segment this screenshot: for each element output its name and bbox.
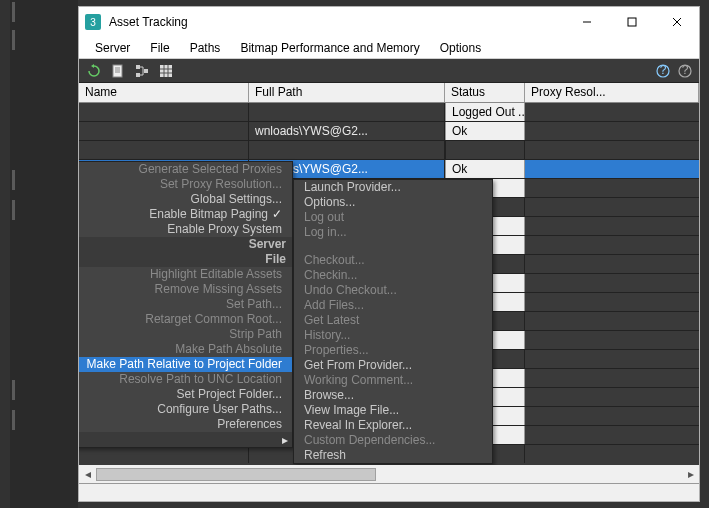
minimize-button[interactable] [564,7,609,37]
menu-options[interactable]: Options [432,39,489,57]
menu-item: Properties... [294,343,492,358]
menu-item[interactable]: Refresh [294,448,492,463]
menu-item[interactable]: Set Project Folder... [79,387,292,402]
menu-item[interactable]: Enable Proxy System [79,222,292,237]
tree-icon[interactable] [133,62,151,80]
menu-item: Remove Missing Assets [79,282,292,297]
menu-item[interactable]: Launch Provider... [294,180,492,195]
menu-section-proxies: ProxiesServer [79,237,292,252]
menu-bitmap-performance[interactable]: Bitmap Performance and Memory [232,39,427,57]
svg-text:?: ? [660,64,667,77]
window-title: Asset Tracking [109,15,564,29]
menu-item: Log out [294,210,492,225]
cell-status: Logged Out ... [445,103,525,121]
menu-nav-right[interactable]: ▸ [278,432,292,447]
col-name[interactable]: Name [79,83,249,102]
menu-section-paths: PathsFile [79,252,292,267]
cell-proxy [525,236,699,254]
menu-item[interactable]: Make Path Relative to Project Folder [79,357,292,372]
menu-item: Set Proxy Resolution... [79,177,292,192]
col-status[interactable]: Status [445,83,525,102]
menu-item: Checkout... [294,253,492,268]
scroll-right-icon[interactable]: ▸ [682,466,699,483]
menu-item: Strip Path [79,327,292,342]
menu-item: Working Comment... [294,373,492,388]
cell-path: wnloads\YWS@G2... [249,122,445,140]
table-row[interactable] [79,141,699,160]
horizontal-scrollbar[interactable]: ◂ ▸ [79,465,699,483]
menu-item: Generate Selected Proxies [79,162,292,177]
app-icon: 3 [85,14,101,30]
table-row[interactable]: wnloads\YWS@G2...Ok [79,122,699,141]
cell-status: Ok [445,122,525,140]
cell-proxy [525,350,699,368]
menu-item[interactable]: Reveal In Explorer... [294,418,492,433]
grid-icon[interactable] [157,62,175,80]
cell-proxy [525,179,699,197]
menubar: Server File Paths Bitmap Performance and… [79,37,699,59]
grid-header: Name Full Path Status Proxy Resol... [79,83,699,103]
menu-item[interactable]: View Image File... [294,403,492,418]
background-panel [10,0,78,508]
cell-proxy [525,198,699,216]
menu-item: Highlight Editable Assets [79,267,292,282]
cell-proxy [525,141,699,159]
cell-name [79,122,249,140]
svg-rect-11 [160,65,172,77]
menu-item[interactable]: Configure User Paths... [79,402,292,417]
menu-item[interactable]: Global Settings... [79,192,292,207]
col-proxy[interactable]: Proxy Resol... [525,83,699,102]
statusbar [79,483,699,501]
svg-text:?: ? [682,64,689,77]
cell-proxy [525,293,699,311]
cell-proxy [525,407,699,425]
doc-icon[interactable] [109,62,127,80]
menu-server[interactable]: Server [87,39,138,57]
paths-context-menu: Generate Selected ProxiesSet Proxy Resol… [79,161,293,448]
menu-item: History... [294,328,492,343]
cell-status [445,141,525,159]
svg-rect-1 [628,18,636,26]
col-path[interactable]: Full Path [249,83,445,102]
cell-name [79,103,249,121]
cell-proxy [525,369,699,387]
cell-proxy [525,274,699,292]
asset-grid: Name Full Path Status Proxy Resol... Log… [79,83,699,483]
close-button[interactable] [654,7,699,37]
cell-proxy [525,445,699,463]
menu-file[interactable]: File [142,39,177,57]
table-row[interactable]: Logged Out ... [79,103,699,122]
titlebar[interactable]: 3 Asset Tracking [79,7,699,37]
menu-paths[interactable]: Paths [182,39,229,57]
menu-item[interactable]: Options... [294,195,492,210]
scroll-track[interactable] [96,466,682,483]
cell-proxy [525,103,699,121]
menu-item: Checkin... [294,268,492,283]
cell-proxy [525,122,699,140]
cell-proxy [525,388,699,406]
menu-item: Make Path Absolute [79,342,292,357]
cell-proxy [525,426,699,444]
cell-proxy [525,331,699,349]
cell-path [249,103,445,121]
toolbar: ? ? [79,59,699,83]
menu-item: Custom Dependencies... [294,433,492,448]
menu-item: Retarget Common Root... [79,312,292,327]
refresh-icon[interactable] [85,62,103,80]
scroll-left-icon[interactable]: ◂ [79,466,96,483]
menu-item[interactable]: Get From Provider... [294,358,492,373]
svg-rect-9 [136,73,140,77]
maximize-button[interactable] [609,7,654,37]
menu-item[interactable]: Preferences [79,417,292,432]
menu-item: Resolve Path to UNC Location [79,372,292,387]
server-context-menu: Launch Provider...Options...Log outLog i… [293,179,493,464]
cell-name [79,141,249,159]
asset-tracking-window: 3 Asset Tracking Server File Paths Bitma… [78,6,700,502]
menu-item: Log in... [294,225,492,240]
help-icon[interactable]: ? [655,63,671,79]
help-icon-2[interactable]: ? [677,63,693,79]
menu-item[interactable]: Enable Bitmap Paging✓ [79,207,292,222]
cell-path [249,141,445,159]
menu-item[interactable]: Browse... [294,388,492,403]
scroll-thumb[interactable] [96,468,376,481]
